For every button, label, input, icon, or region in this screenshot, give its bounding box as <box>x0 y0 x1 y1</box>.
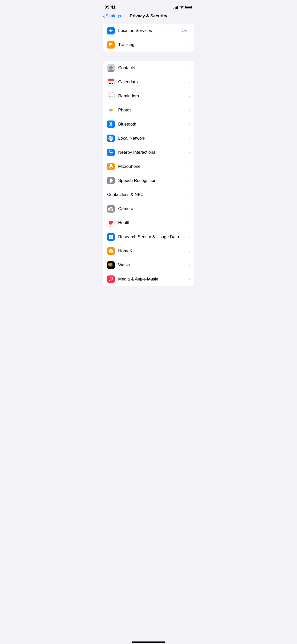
contacts-label: Contacts <box>118 65 189 70</box>
svg-point-9 <box>109 96 110 97</box>
svg-point-0 <box>110 44 111 45</box>
location-services-item[interactable]: Location Services On › <box>103 24 194 38</box>
tracking-icon <box>107 41 115 49</box>
back-label: Settings <box>106 14 121 19</box>
camera-label: Camera <box>118 206 189 211</box>
reminders-icon <box>107 92 115 100</box>
camera-icon <box>107 205 115 213</box>
nearby-interactions-chevron: › <box>189 150 190 154</box>
homekit-item[interactable]: HomeKit › <box>103 244 194 258</box>
svg-point-31 <box>110 209 112 210</box>
local-network-item[interactable]: Local Network › <box>103 131 194 145</box>
media-apple-music-chevron: › <box>189 277 190 281</box>
calendars-item[interactable]: ●●● Calendars › <box>103 75 194 89</box>
status-bar: 09:41 <box>99 0 198 13</box>
health-label: Health <box>118 220 189 225</box>
photos-label: Photos <box>118 108 189 113</box>
status-time: 09:41 <box>105 5 115 10</box>
battery-icon <box>185 6 192 9</box>
bluetooth-label: Bluetooth <box>118 122 189 127</box>
svg-point-10 <box>109 97 110 98</box>
svg-rect-42 <box>108 263 110 264</box>
homekit-icon <box>107 247 115 255</box>
media-apple-music-item[interactable]: Media & Apple Music › <box>103 272 194 286</box>
research-sensor-label: Research Sensor & Usage Data <box>118 234 189 239</box>
wallet-item[interactable]: Wallet › <box>103 258 194 272</box>
photos-chevron: › <box>189 108 190 112</box>
calendars-icon: ●●● <box>107 78 115 86</box>
location-services-chevron: › <box>189 29 190 33</box>
signal-icon <box>174 6 178 9</box>
microphone-item[interactable]: Microphone › <box>103 159 194 174</box>
svg-rect-37 <box>109 237 111 239</box>
calendars-chevron: › <box>189 80 190 84</box>
bluetooth-chevron: › <box>189 122 190 126</box>
calendars-label: Calendars <box>118 79 189 85</box>
page-title: Privacy & Security <box>130 14 167 19</box>
wifi-icon <box>180 6 184 9</box>
section-permissions: Contacts › ●●● Calendars › <box>103 61 194 286</box>
svg-point-2 <box>108 69 114 72</box>
contactless-nfc-label: Contactless & NFC <box>107 192 189 197</box>
nav-bar: ‹ Settings Privacy & Security <box>99 13 198 22</box>
photos-icon <box>107 106 115 114</box>
tracking-chevron: › <box>189 43 190 47</box>
research-sensor-chevron: › <box>189 235 190 239</box>
svg-rect-25 <box>109 179 109 182</box>
camera-item[interactable]: Camera › <box>103 202 194 216</box>
svg-rect-27 <box>111 179 112 182</box>
svg-rect-5 <box>108 80 114 81</box>
media-apple-music-icon <box>107 275 115 283</box>
reminders-chevron: › <box>189 94 190 98</box>
nearby-interactions-icon <box>107 149 115 156</box>
health-item[interactable]: Health › <box>103 216 194 230</box>
contacts-item[interactable]: Contacts › <box>103 61 194 75</box>
svg-point-19 <box>110 152 112 153</box>
section-location-tracking: Location Services On › Tracking › <box>103 24 194 52</box>
speech-recognition-chevron: › <box>189 179 190 183</box>
svg-rect-35 <box>109 235 111 237</box>
bluetooth-item[interactable]: Bluetooth › <box>103 117 194 131</box>
camera-chevron: › <box>189 207 190 211</box>
svg-rect-28 <box>112 180 113 181</box>
svg-point-1 <box>109 66 113 69</box>
status-icons <box>174 6 192 9</box>
wallet-icon <box>107 261 115 269</box>
svg-rect-22 <box>110 164 112 167</box>
contacts-chevron: › <box>189 66 190 70</box>
svg-rect-36 <box>111 235 113 237</box>
svg-point-8 <box>109 94 110 95</box>
microphone-icon <box>107 163 115 170</box>
back-button[interactable]: ‹ Settings <box>103 14 121 19</box>
local-network-label: Local Network <box>118 136 189 141</box>
location-services-label: Location Services <box>118 28 182 33</box>
speech-recognition-item[interactable]: Speech Recognition › <box>103 174 194 188</box>
microphone-chevron: › <box>189 165 190 169</box>
speech-recognition-label: Speech Recognition <box>118 178 189 183</box>
tracking-item[interactable]: Tracking › <box>103 38 194 52</box>
settings-content: Location Services On › Tracking › <box>99 22 198 297</box>
microphone-label: Microphone <box>118 164 189 169</box>
contacts-icon <box>107 64 115 72</box>
back-chevron-icon: ‹ <box>103 14 105 19</box>
location-services-icon <box>107 27 115 34</box>
svg-rect-38 <box>111 237 113 239</box>
health-chevron: › <box>189 221 190 225</box>
local-network-chevron: › <box>189 136 190 140</box>
contactless-nfc-item[interactable]: Contactless & NFC › <box>103 188 194 202</box>
svg-rect-26 <box>110 178 111 183</box>
svg-text:●●●: ●●● <box>109 82 113 85</box>
svg-rect-32 <box>110 207 112 208</box>
research-sensor-item[interactable]: Research Sensor & Usage Data › <box>103 230 194 244</box>
svg-rect-7 <box>108 93 114 99</box>
speech-recognition-icon <box>107 177 115 184</box>
reminders-item[interactable]: Reminders › <box>103 89 194 103</box>
research-sensor-icon <box>107 233 115 241</box>
media-apple-music-label: Media & Apple Music <box>118 277 189 282</box>
nearby-interactions-item[interactable]: Nearby Interactions › <box>103 145 194 159</box>
photos-item[interactable]: Photos › <box>103 103 194 117</box>
location-services-value: On <box>182 28 187 33</box>
reminders-label: Reminders <box>118 94 189 99</box>
bluetooth-icon <box>107 120 115 128</box>
health-icon <box>107 219 115 227</box>
